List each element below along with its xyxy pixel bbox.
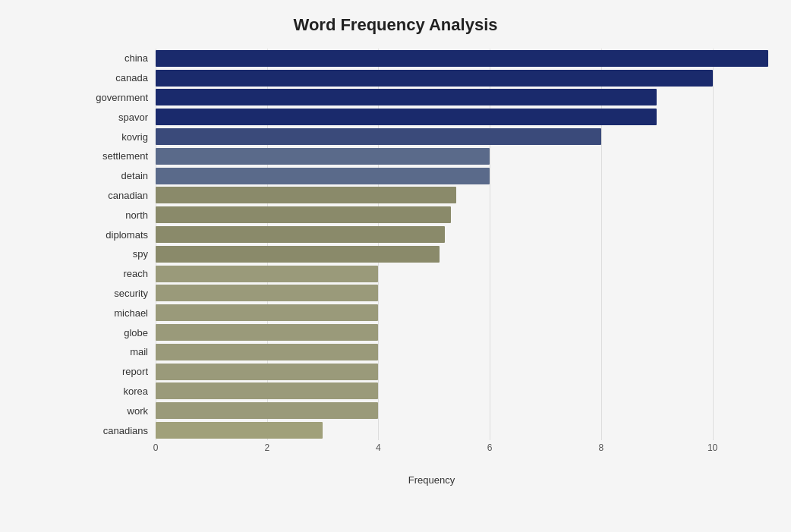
bar <box>156 364 378 380</box>
bar-label: canada <box>84 72 156 83</box>
x-tick: 10 <box>707 442 717 453</box>
bar <box>156 344 378 360</box>
bar-label: diplomats <box>84 229 156 241</box>
bar-track <box>156 88 768 108</box>
bar-row: security <box>156 284 768 304</box>
x-tick: 4 <box>376 442 381 453</box>
bar <box>156 422 323 439</box>
bar <box>156 89 657 105</box>
bar-label: government <box>84 92 156 103</box>
x-tick: 6 <box>487 442 493 453</box>
bar-track <box>156 342 768 362</box>
x-tick: 8 <box>599 442 604 453</box>
bar-row: michael <box>156 303 768 323</box>
bar-label: korea <box>84 386 156 397</box>
bar <box>156 382 378 399</box>
bar-row: canada <box>156 68 768 88</box>
bar-row: detain <box>156 166 768 186</box>
bar-row: china <box>156 49 768 68</box>
bar-track <box>156 420 768 440</box>
bar-label: mail <box>84 346 156 357</box>
bar-track <box>156 186 768 206</box>
bar-track <box>156 146 768 166</box>
bar-row: canadian <box>156 186 768 206</box>
bar-track <box>156 323 768 342</box>
bar-label: spavor <box>84 112 156 123</box>
x-axis: 0246810 <box>156 442 768 458</box>
chart-container: Word Frequency Analysis chinacanadagover… <box>0 0 791 532</box>
bar-row: spy <box>156 244 768 264</box>
bar-label: reach <box>84 268 156 279</box>
bar-track <box>156 49 768 68</box>
bar-track <box>156 166 768 186</box>
bar-row: kovrig <box>156 127 768 146</box>
bar <box>156 226 445 243</box>
bar <box>156 70 713 87</box>
bar-row: work <box>156 401 768 420</box>
bar <box>156 148 490 165</box>
bar-row: korea <box>156 382 768 401</box>
bar-track <box>156 303 768 323</box>
bar-track <box>156 205 768 225</box>
bar-label: settlement <box>84 150 156 162</box>
bar <box>156 285 378 301</box>
bar-track <box>156 382 768 401</box>
bar-label: kovrig <box>84 131 156 143</box>
bar-label: north <box>84 209 156 221</box>
x-tick: 0 <box>153 442 159 453</box>
bar-label: china <box>84 52 156 64</box>
bar-track <box>156 127 768 146</box>
bar-label: canadian <box>84 190 156 201</box>
bar-track <box>156 68 768 88</box>
bar-label: security <box>84 288 156 299</box>
x-axis-label: Frequency <box>95 474 768 486</box>
bar-track <box>156 264 768 284</box>
bar <box>156 109 657 125</box>
bar <box>156 128 601 145</box>
bar-label: globe <box>84 327 156 338</box>
chart-title: Word Frequency Analysis <box>23 15 768 35</box>
bar-label: report <box>84 366 156 377</box>
bar <box>156 324 378 341</box>
bar-row: diplomats <box>156 225 768 244</box>
bar-label: work <box>84 405 156 417</box>
bar-track <box>156 225 768 244</box>
x-tick: 2 <box>264 442 269 453</box>
bar <box>156 206 451 223</box>
bar <box>156 187 456 203</box>
bar-label: spy <box>84 248 156 260</box>
bars-wrapper: chinacanadagovernmentspavorkovrigsettlem… <box>156 49 768 440</box>
bar-row: government <box>156 88 768 108</box>
bar-track <box>156 107 768 127</box>
bar-track <box>156 362 768 382</box>
bar-row: mail <box>156 342 768 362</box>
bar-row: spavor <box>156 107 768 127</box>
bar-label: canadians <box>84 425 156 436</box>
bar-label: michael <box>84 307 156 319</box>
bar-row: north <box>156 205 768 225</box>
bar <box>156 50 768 67</box>
bar <box>156 168 490 184</box>
bar-row: canadians <box>156 420 768 440</box>
bar-track <box>156 401 768 420</box>
bar <box>156 402 378 419</box>
bar-row: settlement <box>156 146 768 166</box>
bar-row: globe <box>156 323 768 342</box>
bar <box>156 304 378 321</box>
bar-track <box>156 284 768 304</box>
bar-label: detain <box>84 170 156 181</box>
bar-row: report <box>156 362 768 382</box>
bar-track <box>156 244 768 264</box>
bar <box>156 246 440 263</box>
bar <box>156 266 378 282</box>
bar-row: reach <box>156 264 768 284</box>
